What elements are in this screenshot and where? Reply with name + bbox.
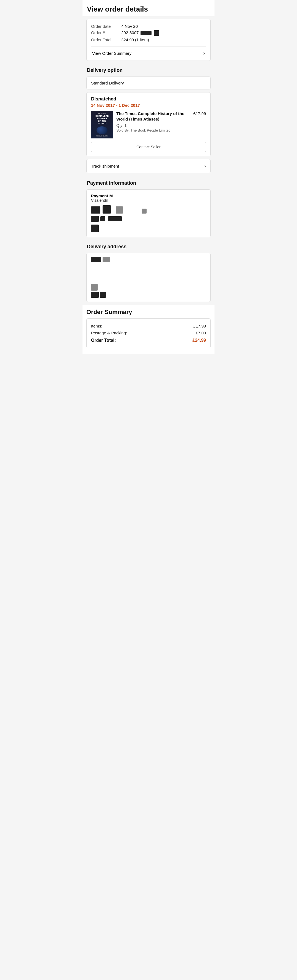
order-total-row: Order Total £24.99 (1 item) xyxy=(91,37,206,43)
view-order-summary-button[interactable]: View Order Summary › xyxy=(91,46,206,57)
delivery-option-card: Standard Delivery xyxy=(86,76,211,89)
payment-redacted-row3 xyxy=(91,224,206,233)
redacted-addr-1 xyxy=(91,257,101,262)
order-total-label: Order Total xyxy=(91,37,121,42)
payment-method-sub: Visa endir xyxy=(91,198,206,202)
redacted-order-num xyxy=(141,31,151,35)
track-shipment-button[interactable]: Track shipment › xyxy=(86,159,211,173)
chevron-right-icon: › xyxy=(203,50,205,56)
product-details: £17.99 The Times Complete History of the… xyxy=(116,111,206,135)
order-number-row: Order # 202-3007 xyxy=(91,29,206,37)
order-number-value: 202-3007 xyxy=(121,30,159,36)
order-date-label: Order date xyxy=(91,24,121,29)
payment-card: Payment M Visa endir xyxy=(86,189,211,237)
postage-label: Postage & Packing: xyxy=(91,331,127,335)
redacted-payment-5 xyxy=(91,216,99,222)
order-summary-card: Items: £17.99 Postage & Packing: £7.00 O… xyxy=(86,318,211,348)
order-date-row: Order date 4 Nov 20 xyxy=(91,23,206,29)
order-number-label: Order # xyxy=(91,30,121,36)
postage-row: Postage & Packing: £7.00 xyxy=(91,329,206,336)
payment-redacted-row2 xyxy=(91,216,206,222)
view-order-summary-label: View Order Summary xyxy=(92,51,132,56)
address-redacted-space xyxy=(91,265,206,282)
product-qty: Qty: 1 xyxy=(116,123,206,128)
product-price: £17.99 xyxy=(193,111,206,116)
redacted-payment-4 xyxy=(141,208,146,213)
postage-value: £7.00 xyxy=(195,331,206,335)
page-title: View order details xyxy=(83,0,214,16)
delivery-address-section-title: Delivery address xyxy=(83,240,214,251)
product-row: THE TIMES COMPLETEHISTORYOF THEWORLD RIC… xyxy=(91,111,206,138)
track-chevron-right-icon: › xyxy=(204,163,206,169)
contact-seller-button[interactable]: Contact Seller xyxy=(91,142,206,152)
dispatch-dates: 14 Nov 2017 - 1 Dec 2017 xyxy=(91,103,206,108)
order-total-summary-value: £24.99 xyxy=(192,338,206,343)
items-value: £17.99 xyxy=(193,324,206,328)
redacted-addr-5 xyxy=(100,292,106,298)
redacted-payment-3 xyxy=(116,207,123,213)
address-redacted-row2 xyxy=(91,284,206,291)
redacted-payment-6 xyxy=(100,216,105,221)
delivery-option-section-title: Delivery option xyxy=(83,64,214,75)
track-shipment-label: Track shipment xyxy=(91,164,119,169)
redacted-payment-2 xyxy=(103,205,111,213)
product-seller: Sold By: The Book People Limited xyxy=(116,128,206,132)
order-summary-section: Order Summary Items: £17.99 Postage & Pa… xyxy=(83,305,214,354)
payment-method-title: Payment M xyxy=(91,194,206,198)
order-total-value: £24.99 (1 item) xyxy=(121,37,149,42)
payment-redacted-area xyxy=(91,205,206,213)
dispatched-title: Dispatched xyxy=(91,96,206,102)
globe-decoration xyxy=(97,126,108,134)
address-redacted-row1 xyxy=(91,257,206,262)
order-total-summary-label: Order Total: xyxy=(91,338,116,343)
redacted-addr-3 xyxy=(91,284,98,291)
redacted-payment-7 xyxy=(108,216,122,221)
order-summary-title: Order Summary xyxy=(86,305,211,318)
items-row: Items: £17.99 xyxy=(91,323,206,329)
product-name: £17.99 The Times Complete History of the… xyxy=(116,111,206,122)
redacted-addr-2 xyxy=(103,257,110,262)
payment-section-title: Payment information xyxy=(83,177,214,188)
dispatched-card: Dispatched 14 Nov 2017 - 1 Dec 2017 THE … xyxy=(86,92,211,156)
order-date-value: 4 Nov 20 xyxy=(121,24,138,29)
order-info-card: Order date 4 Nov 20 Order # 202-3007 Ord… xyxy=(86,19,211,61)
delivery-address-card xyxy=(86,253,211,302)
address-redacted-row3 xyxy=(91,292,206,298)
redacted-order-num2 xyxy=(154,30,159,36)
product-image: THE TIMES COMPLETEHISTORYOF THEWORLD RIC… xyxy=(91,111,113,138)
redacted-addr-4 xyxy=(91,292,99,298)
redacted-payment-1 xyxy=(91,207,100,213)
redacted-payment-8 xyxy=(91,224,99,232)
delivery-option-value: Standard Delivery xyxy=(91,81,124,85)
order-total-summary-row: Order Total: £24.99 xyxy=(91,336,206,344)
items-label: Items: xyxy=(91,324,102,328)
